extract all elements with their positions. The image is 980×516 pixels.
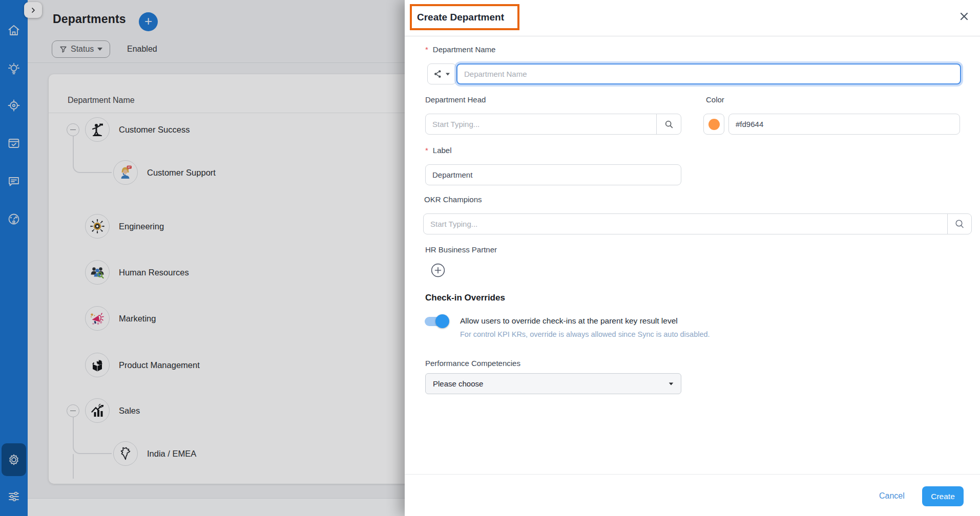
okr-champions-placeholder: Start Typing...	[430, 220, 477, 228]
color-swatch	[708, 119, 720, 130]
modal-dim-overlay[interactable]	[0, 0, 405, 516]
panel-header-divider	[405, 36, 980, 36]
checkin-overrides-heading: Check-in Overrides	[425, 293, 505, 303]
department-type-dropdown[interactable]	[427, 63, 456, 84]
okr-champions-input-group[interactable]: Start Typing...	[423, 213, 972, 234]
department-name-label: *Department Name	[425, 45, 495, 54]
department-head-label: Department Head	[425, 95, 486, 104]
performance-competencies-label: Performance Competencies	[425, 359, 520, 368]
label-input[interactable]: Department	[425, 164, 681, 185]
override-toggle-note: For control KPI KRs, override is always …	[460, 330, 710, 338]
cancel-button[interactable]: Cancel	[875, 489, 909, 503]
select-value: Please choose	[433, 379, 483, 388]
performance-competencies-select[interactable]: Please choose	[425, 373, 681, 394]
required-asterisk: *	[425, 45, 428, 54]
create-button[interactable]: Create	[922, 486, 964, 506]
search-icon	[664, 120, 674, 129]
color-swatch-button[interactable]	[703, 114, 724, 135]
department-head-input[interactable]: Start Typing...	[426, 114, 656, 134]
search-icon	[954, 219, 965, 229]
color-hex-value: #fd9644	[736, 120, 763, 128]
okr-champions-label: OKR Champions	[424, 195, 482, 204]
okr-champions-search-button[interactable]	[947, 214, 971, 234]
override-toggle-knob[interactable]	[435, 314, 449, 328]
hr-business-partner-label: HR Business Partner	[425, 245, 497, 254]
color-label: Color	[706, 95, 724, 104]
override-toggle-label: Allow users to override check-ins at the…	[460, 316, 678, 326]
okr-champions-input[interactable]: Start Typing...	[424, 214, 947, 234]
label-field-label: *Label	[425, 146, 452, 155]
department-head-search-button[interactable]	[656, 114, 681, 134]
color-hex-input[interactable]: #fd9644	[728, 114, 960, 135]
department-name-input[interactable]: Department Name	[456, 63, 961, 84]
chevron-down-icon	[669, 382, 674, 385]
close-icon[interactable]	[960, 12, 970, 22]
department-name-placeholder: Department Name	[464, 70, 527, 78]
required-asterisk: *	[425, 146, 428, 155]
panel-title: Create Department	[417, 12, 504, 23]
department-head-input-group[interactable]: Start Typing...	[425, 114, 681, 135]
create-department-panel: Create Department *Department Name Depar…	[405, 0, 980, 516]
add-hr-business-partner-button[interactable]	[431, 263, 445, 277]
label-value: Department	[432, 170, 472, 179]
hierarchy-share-icon	[433, 70, 442, 78]
panel-footer-divider	[405, 474, 980, 475]
department-head-placeholder: Start Typing...	[432, 120, 479, 128]
chevron-down-icon	[446, 73, 450, 75]
